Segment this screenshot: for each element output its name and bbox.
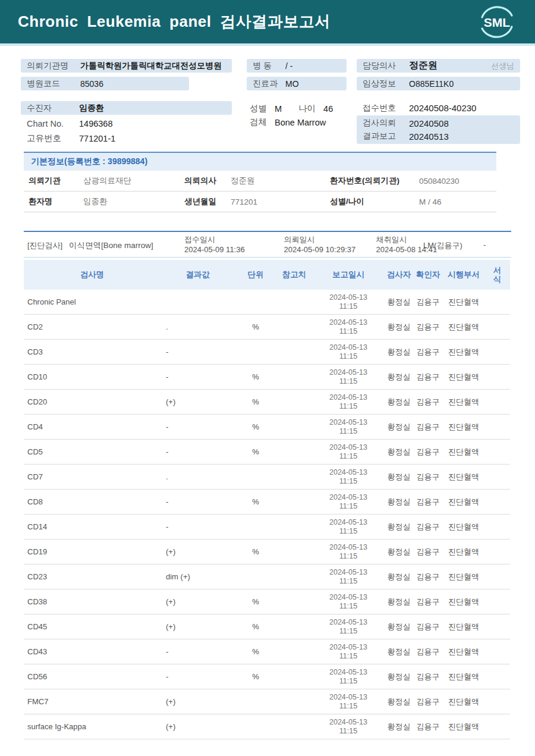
form [484,290,510,314]
field-value: O885E11K0 [409,79,454,89]
table-row: CD56 - % 2024-05-13 11:15 황정실 김용구 진단혈액 [24,664,510,689]
reference [276,515,312,539]
field-label: 진료과 [253,79,285,89]
page-title: Chronic Leukemia panel 검사결과보고서 [18,11,331,32]
report-datetime: 2024-05-13 11:15 [312,415,385,439]
report-date: 2024-05-13 [329,718,367,727]
test-name: CD45 [24,614,160,639]
reference [276,564,312,589]
tester: 황정실 [385,340,413,364]
result-value: - [160,365,235,389]
test-name: CD10 [24,365,160,389]
lm-reader: LM(김용구) [423,240,462,251]
tester: 황정실 [385,365,413,389]
patient-no-label: 환자번호(의뢰기관) [330,175,399,186]
result-value [160,290,235,314]
result-value: (+) [160,614,235,639]
confirmer: 김용구 [413,440,443,464]
department: 진단혈액 [443,714,484,739]
report-time: 11:15 [339,352,357,361]
col-department: 시행부서 [443,260,484,290]
birthdate-label: 생년월일 [184,196,216,207]
reference [276,714,312,739]
reference [276,490,312,514]
basic-info-title: 기본정보(등록번호 : 39899884) [24,153,496,171]
report-time: 11:15 [339,577,357,586]
unit [235,465,276,489]
table-row: CD5 - % 2024-05-13 11:15 황정실 김용구 진단혈액 [24,440,510,465]
result-value: . [160,315,235,339]
result-value: - [160,415,235,439]
col-report-datetime: 보고일시 [312,260,385,290]
tester: 황정실 [385,440,413,464]
department: 진단혈액 [443,515,484,539]
field-label: 의뢰기관명 [27,61,80,71]
unit: % [235,639,276,664]
form [484,664,510,689]
result-value: - [160,515,235,539]
report-datetime: 2024-05-13 11:15 [312,614,385,639]
confirmer: 김용구 [413,564,443,589]
department: 진단혈액 [443,564,484,589]
patient-demographics: 성별 M 나이 46 검체 Bone Marrow [250,102,354,129]
table-row: FMC7 (+) 2024-05-13 11:15 황정실 김용구 진단혈액 [24,689,510,714]
field-ward: 병 동 / - [247,59,347,73]
reference [276,639,312,664]
unit: % [235,490,276,514]
form [484,515,510,539]
result-value: . [160,465,235,489]
field-department: 진료과 MO [247,77,347,90]
department: 진단혈액 [443,639,484,664]
col-confirmer: 확인자 [413,260,443,290]
collect-datetime-group: 채취일시 2024-05-08 14:41 [333,234,419,244]
table-row: CD19 (+) % 2024-05-13 11:15 황정실 김용구 진단혈액 [24,539,510,564]
exam-section-bar: [진단검사] 이식면역[Bone marrow] 접수일시 2024-05-09… [24,231,511,258]
confirmer: 김용구 [413,614,443,639]
report-time: 11:15 [339,402,357,411]
form [484,589,510,614]
test-name: CD23 [24,564,160,589]
unit [235,714,276,739]
confirmer: 김용구 [413,415,443,439]
result-value: - [160,639,235,664]
reference [276,465,312,489]
field-label: 결과보고 [363,131,409,142]
department: 진단혈액 [443,589,484,614]
tester: 황정실 [385,490,413,514]
table-row: CD23 dim (+) 2024-05-13 11:15 황정실 김용구 진단… [24,564,510,589]
field-value: 1496368 [79,119,112,128]
confirmer: 김용구 [413,365,443,389]
tester: 황정실 [385,564,413,589]
table-row: CD14 - 2024-05-13 11:15 황정실 김용구 진단혈액 [24,515,510,539]
confirmer: 김용구 [413,639,443,664]
result-value: - [160,664,235,689]
report-datetime: 2024-05-13 11:15 [312,465,385,489]
test-name: CD4 [24,415,160,439]
exam-category-tag: [진단검사] [27,240,62,251]
tester: 황정실 [385,589,413,614]
field-request-date: 검사의뢰 20240508 [357,117,520,130]
field-report-date: 결과보고 20240513 [357,130,520,143]
department: 진단혈액 [443,340,484,364]
field-label: 임상정보 [363,79,409,89]
tester: 황정실 [385,689,413,714]
report-date: 2024-05-13 [329,418,367,427]
confirmer: 김용구 [413,340,443,364]
form [484,415,510,439]
tester: 황정실 [385,290,413,314]
report-date: 2024-05-13 [329,693,367,702]
confirmer: 김용구 [413,664,443,689]
field-value: 771201-1 [79,134,115,143]
form [484,564,510,589]
field-label: 검사의뢰 [363,118,409,128]
tester: 황정실 [385,539,413,564]
result-value: - [160,440,235,464]
unit: % [235,664,276,689]
request-datetime-value: 2024-05-09 10:29:37 [284,244,356,255]
confirmer: 김용구 [413,290,443,314]
test-name: CD19 [24,539,160,564]
field-chart-no: Chart No. 1496368 [21,117,232,130]
result-value: (+) [160,539,235,564]
result-value: (+) [160,390,235,414]
age-label: 나이 [298,103,320,114]
